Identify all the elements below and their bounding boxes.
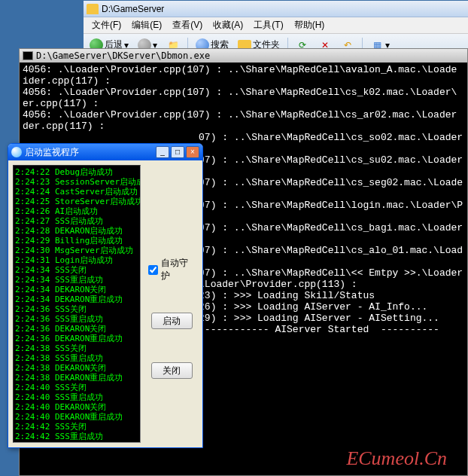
close-dialog-button[interactable]: 关闭 — [151, 362, 193, 379]
console-title: D:\GameServer\DKServer\Dbmon.exe — [36, 50, 210, 61]
explorer-titlebar[interactable]: D:\GameServer — [84, 1, 468, 17]
explorer-title: D:\GameServer — [102, 4, 164, 14]
cmd-icon — [23, 51, 33, 60]
close-button[interactable]: × — [186, 146, 199, 158]
start-button[interactable]: 启动 — [151, 313, 193, 329]
maximize-button[interactable]: □ — [171, 146, 184, 158]
auto-guard-input[interactable] — [148, 265, 158, 275]
menu-file[interactable]: 文件(F) — [87, 19, 126, 32]
menu-help[interactable]: 帮助(H) — [289, 19, 330, 32]
app-icon — [11, 147, 22, 157]
monitor-log: 2:24:22 Debug启动成功 2:24:23 SessionServer启… — [13, 165, 141, 443]
console-titlebar[interactable]: D:\GameServer\DKServer\Dbmon.exe — [20, 49, 467, 63]
menu-favorites[interactable]: 收藏(A) — [208, 19, 248, 32]
menu-tools[interactable]: 工具(T) — [248, 19, 288, 32]
menu-view[interactable]: 查看(V) — [167, 19, 208, 32]
auto-guard-label: 自动守护 — [161, 257, 195, 282]
minimize-button[interactable]: _ — [156, 146, 169, 158]
monitor-title: 启动监视程序 — [25, 146, 79, 159]
explorer-menubar: 文件(F) 编辑(E) 查看(V) 收藏(A) 工具(T) 帮助(H) — [84, 17, 468, 34]
folder-icon — [87, 4, 99, 14]
menu-edit[interactable]: 编辑(E) — [126, 19, 167, 32]
monitor-titlebar[interactable]: 启动监视程序 _ □ × — [8, 144, 202, 160]
monitor-dialog: 启动监视程序 _ □ × 2:24:22 Debug启动成功 2:24:23 S… — [8, 143, 203, 448]
auto-guard-checkbox[interactable]: 自动守护 — [148, 257, 195, 282]
